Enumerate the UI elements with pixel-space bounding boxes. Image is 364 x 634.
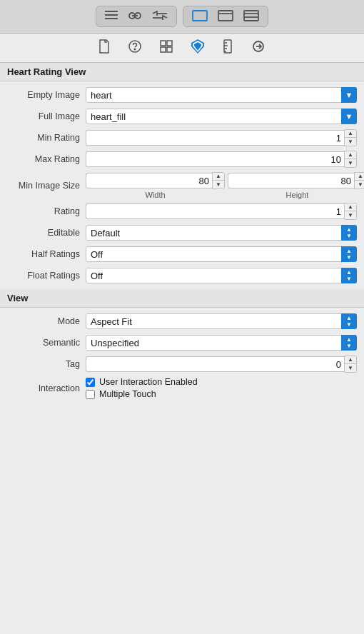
full-image-control: heart_fill ▼ [86,109,357,124]
width-field-wrap: ▲ ▼ Width [86,172,225,199]
editable-control: Default ▲ ▼ [86,225,357,241]
float-ratings-control: Off ▲ ▼ [86,268,357,283]
height-stepper-buttons: ▲ ▼ [354,172,364,189]
grid-icon[interactable] [157,39,176,57]
min-image-size-control: ▲ ▼ Width ▲ ▼ [86,172,364,199]
editable-row: Editable Default ▲ ▼ [0,222,364,243]
min-rating-input[interactable] [86,130,344,146]
min-rating-row: Min Rating ▲ ▼ [0,127,364,149]
empty-image-row: Empty Image heart ▼ [0,84,364,106]
mode-select-wrapper: Aspect Fit ▲ ▼ [86,313,357,329]
svg-rect-2 [105,18,118,19]
interaction-checkboxes: User Interaction Enabled Multiple Touch [86,377,198,399]
rating-label: Rating [7,206,86,216]
multiple-touch-item: Multiple Touch [86,389,198,399]
empty-image-select-wrapper: heart ▼ [86,87,357,103]
heart-form-area: Empty Image heart ▼ Full Image heart_fil… [0,81,364,289]
second-toolbar [0,34,364,63]
svg-rect-1 [105,14,118,16]
min-rating-increment[interactable]: ▲ [345,130,356,138]
min-image-size-row: Min Image Size ▲ ▼ Width [0,170,364,201]
link-icon[interactable] [123,9,146,24]
min-rating-decrement[interactable]: ▼ [345,138,356,146]
rating-decrement[interactable]: ▼ [345,211,356,219]
float-ratings-row: Float Ratings Off ▲ ▼ [0,265,364,286]
tag-control: ▲ ▼ [86,356,357,373]
empty-image-control: heart ▼ [86,87,357,103]
tag-increment[interactable]: ▲ [345,356,356,364]
svg-rect-17 [167,41,172,46]
semantic-select[interactable]: Unspecified [86,335,357,351]
layout-2-button[interactable] [213,9,238,24]
user-interaction-item: User Interaction Enabled [86,377,198,387]
width-stepper-buttons: ▲ ▼ [212,172,225,189]
view-form-area: Mode Aspect Fit ▲ ▼ Semantic Unspecified [0,308,364,404]
text-align-icon[interactable] [101,9,122,24]
tag-row: Tag ▲ ▼ [0,353,364,375]
svg-rect-8 [193,11,207,21]
exchange-icon[interactable] [148,9,172,24]
rating-stepper: ▲ ▼ [86,203,357,220]
help-icon[interactable] [126,39,144,57]
rating-input[interactable] [86,203,344,219]
mode-label: Mode [7,316,86,326]
attribute-icon[interactable] [188,38,207,58]
editable-select[interactable]: Default [86,225,357,241]
min-image-size-dual: ▲ ▼ Width ▲ ▼ [86,172,364,199]
max-rating-control: ▲ ▼ [86,151,357,168]
max-rating-label: Max Rating [7,154,86,164]
user-interaction-label[interactable]: User Interaction Enabled [99,377,198,387]
svg-rect-18 [161,47,166,52]
min-rating-control: ▲ ▼ [86,129,357,146]
editable-select-wrapper: Default ▲ ▼ [86,225,357,241]
max-rating-stepper-buttons: ▲ ▼ [344,151,357,168]
empty-image-label: Empty Image [7,90,86,100]
empty-image-select[interactable]: heart [86,87,357,103]
min-rating-label: Min Rating [7,133,86,143]
width-decrement[interactable]: ▼ [213,181,224,188]
height-field-wrap: ▲ ▼ Height [228,172,364,199]
svg-rect-0 [105,11,118,12]
rating-increment[interactable]: ▲ [345,203,356,211]
rating-row: Rating ▲ ▼ [0,201,364,222]
top-toolbar [0,0,364,34]
width-increment[interactable]: ▲ [213,173,224,181]
float-ratings-select[interactable]: Off [86,268,357,283]
layout-1-button[interactable] [188,9,212,24]
max-rating-increment[interactable]: ▲ [345,151,356,159]
toolbar-group-right [183,6,268,27]
height-increment[interactable]: ▲ [355,173,364,181]
half-ratings-select[interactable]: Off [86,246,357,262]
float-ratings-label: Float Ratings [7,271,86,281]
height-decrement[interactable]: ▼ [355,181,364,188]
arrow-right-icon[interactable] [248,39,268,56]
max-rating-input[interactable] [86,151,344,167]
max-rating-decrement[interactable]: ▼ [345,159,356,167]
layout-3-button[interactable] [239,9,263,24]
multiple-touch-label[interactable]: Multiple Touch [99,389,156,399]
toolbar-group-left [96,6,177,27]
width-input[interactable] [86,173,212,188]
file-icon[interactable] [96,38,113,58]
tag-input[interactable] [86,356,344,372]
heart-section-header: Heart Rating View [0,63,364,81]
svg-rect-11 [244,11,258,21]
user-interaction-checkbox[interactable] [86,378,95,387]
half-ratings-row: Half Ratings Off ▲ ▼ [0,243,364,265]
height-label: Height [228,191,364,199]
svg-rect-9 [218,11,233,21]
full-image-row: Full Image heart_fill ▼ [0,106,364,127]
tag-stepper: ▲ ▼ [86,356,357,373]
max-rating-row: Max Rating ▲ ▼ [0,149,364,170]
max-rating-stepper: ▲ ▼ [86,151,357,168]
semantic-select-wrapper: Unspecified ▲ ▼ [86,335,357,351]
half-ratings-control: Off ▲ ▼ [86,246,357,262]
mode-select[interactable]: Aspect Fit [86,313,357,329]
height-input[interactable] [228,173,354,188]
svg-point-15 [134,49,136,50]
tag-decrement[interactable]: ▼ [345,364,356,372]
ruler-icon[interactable] [220,38,236,58]
rating-control: ▲ ▼ [86,203,357,220]
full-image-select[interactable]: heart_fill [86,109,357,124]
multiple-touch-checkbox[interactable] [86,390,95,399]
